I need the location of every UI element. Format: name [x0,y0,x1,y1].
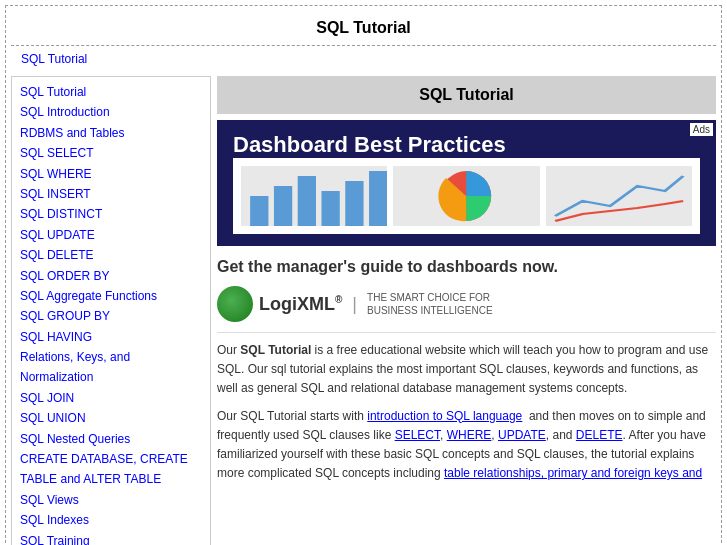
ad-headline: Dashboard Best Practices [233,132,700,158]
paragraph-1: Our SQL Tutorial is a free educational w… [217,341,716,399]
logixml-name: LogiXML® [259,294,342,315]
svg-rect-3 [321,191,339,226]
ad-chart-bar [241,166,387,226]
ad-charts [233,158,700,234]
sidebar-link-sql-nested-queries[interactable]: SQL Nested Queries [20,429,202,449]
sidebar-link-sql-aggregate-functions[interactable]: SQL Aggregate Functions [20,286,202,306]
ad-chart-line [546,166,692,226]
ad-label: Ads [690,123,713,136]
ad-chart-pie [393,166,539,226]
svg-rect-2 [298,176,316,226]
ad-tagline: Get the manager's guide to dashboards no… [217,250,716,280]
main-layout: SQL TutorialSQL IntroductionRDBMS and Ta… [11,76,716,545]
paragraph-2: Our SQL Tutorial starts with introductio… [217,407,716,484]
sidebar-link-sql-group-by[interactable]: SQL GROUP BY [20,306,202,326]
svg-rect-5 [369,171,387,226]
sidebar-link-sql-indexes[interactable]: SQL Indexes [20,510,202,530]
sidebar-link-sql-introduction[interactable]: SQL Introduction [20,102,202,122]
sidebar-link-sql-delete[interactable]: SQL DELETE [20,245,202,265]
sidebar-link-sql-update[interactable]: SQL UPDATE [20,225,202,245]
sidebar-link-rdbms-and-tables[interactable]: RDBMS and Tables [20,123,202,143]
svg-rect-4 [345,181,363,226]
content-area: SQL Tutorial Ads Dashboard Best Practice… [211,76,716,545]
sidebar: SQL TutorialSQL IntroductionRDBMS and Ta… [11,76,211,545]
sidebar-link-sql-union[interactable]: SQL UNION [20,408,202,428]
where-link[interactable]: WHERE [447,428,492,442]
sidebar-link-sql-select[interactable]: SQL SELECT [20,143,202,163]
sidebar-link-sql-order-by[interactable]: SQL ORDER BY [20,266,202,286]
logixml-circle-icon [217,286,253,322]
breadcrumb-link[interactable]: SQL Tutorial [21,52,87,66]
breadcrumb: SQL Tutorial [11,45,716,72]
logixml-tagline: THE SMART CHOICE FORBUSINESS INTELLIGENC… [367,291,493,317]
page-title: SQL Tutorial [11,11,716,45]
content-title: SQL Tutorial [217,76,716,114]
table-rel-link[interactable]: table relationships, primary and foreign… [444,466,702,480]
logixml-logo: LogiXML® [217,286,342,322]
sidebar-link-create-database,-create-table-and-alter-table[interactable]: CREATE DATABASE, CREATE TABLE and ALTER … [20,449,202,490]
logixml-divider: | [352,294,357,315]
select-link[interactable]: SELECT [395,428,440,442]
svg-rect-1 [274,186,292,226]
sidebar-link-sql-distinct[interactable]: SQL DISTINCT [20,204,202,224]
intro-link[interactable]: introduction to SQL language [367,409,522,423]
sidebar-link-sql-where[interactable]: SQL WHERE [20,164,202,184]
sidebar-link-sql-views[interactable]: SQL Views [20,490,202,510]
sidebar-link-sql-insert[interactable]: SQL INSERT [20,184,202,204]
sidebar-link-sql-join[interactable]: SQL JOIN [20,388,202,408]
sidebar-link-sql-training[interactable]: SQL Training [20,531,202,545]
delete-link[interactable]: DELETE [576,428,623,442]
sidebar-link-relations,-keys,-and-normalization[interactable]: Relations, Keys, and Normalization [20,347,202,388]
sidebar-link-sql-having[interactable]: SQL HAVING [20,327,202,347]
sidebar-link-sql-tutorial[interactable]: SQL Tutorial [20,82,202,102]
logixml-bar: LogiXML® | THE SMART CHOICE FORBUSINESS … [217,280,716,333]
page-wrapper: SQL Tutorial SQL Tutorial SQL TutorialSQ… [5,5,722,545]
update-link[interactable]: UPDATE [498,428,546,442]
svg-rect-0 [250,196,268,226]
ad-banner[interactable]: Ads Dashboard Best Practices [217,120,716,246]
body-text: Our SQL Tutorial is a free educational w… [217,333,716,483]
